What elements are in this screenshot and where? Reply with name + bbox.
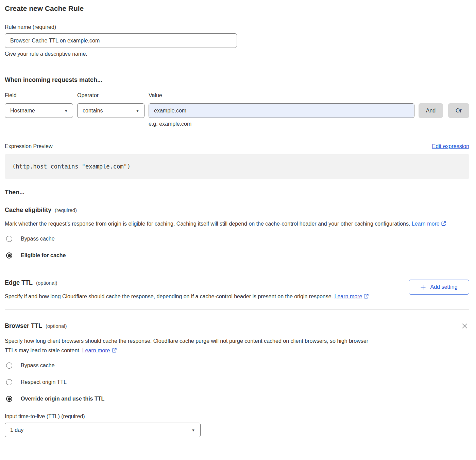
external-link-icon — [441, 221, 446, 226]
then-heading: Then... — [5, 189, 469, 196]
radio-selected-icon — [6, 252, 12, 259]
learn-more-link[interactable]: Learn more — [82, 348, 110, 353]
field-label: Field — [5, 92, 77, 99]
expression-code: (http.host contains "example.com") — [12, 163, 131, 170]
field-select[interactable]: Hostname ▼ — [5, 103, 73, 118]
browser-ttl-title: Browser TTL — [5, 322, 42, 330]
plus-icon — [420, 284, 426, 290]
divider — [5, 309, 469, 310]
external-link-icon — [112, 348, 117, 353]
radio-bypass-cache[interactable]: Bypass cache — [5, 236, 469, 242]
browser-ttl-header: Browser TTL (optional) — [5, 322, 469, 331]
radio-browser-bypass-cache[interactable]: Bypass cache — [5, 362, 469, 369]
ttl-select-value: 1 day — [5, 423, 186, 437]
radio-icon — [6, 379, 12, 385]
divider — [5, 266, 469, 266]
ttl-select-chevron-box[interactable]: ▼ — [186, 423, 200, 437]
field-select-value: Hostname — [10, 108, 35, 114]
edge-ttl-section: Edge TTL (optional) Specify if and how l… — [5, 279, 469, 301]
or-button[interactable]: Or — [448, 103, 469, 118]
rule-name-help: Give your rule a descriptive name. — [5, 51, 469, 57]
create-cache-rule-form: Create new Cache Rule Rule name (require… — [0, 0, 476, 437]
value-help: e.g. example.com — [149, 121, 469, 127]
divider — [5, 67, 469, 67]
match-column-labels: Field Operator Value — [5, 92, 469, 99]
edit-expression-link[interactable]: Edit expression — [432, 143, 469, 149]
edge-ttl-description: Specify if and how long Cloudflare shoul… — [5, 292, 369, 301]
expression-code-block: (http.host contains "example.com") — [5, 154, 469, 179]
match-heading: When incoming requests match... — [5, 76, 469, 84]
add-setting-button[interactable]: Add setting — [409, 280, 469, 295]
edge-ttl-title: Edge TTL — [5, 279, 33, 286]
rule-name-input[interactable] — [5, 33, 237, 48]
chevron-down-icon: ▼ — [64, 109, 68, 112]
ttl-input-label: Input time-to-live (TTL) (required) — [5, 413, 469, 420]
close-icon — [461, 323, 468, 329]
radio-selected-icon — [6, 396, 12, 402]
cache-eligibility-heading: Cache eligibility (required) — [5, 206, 469, 214]
expression-preview-row: Expression Preview Edit expression — [5, 143, 469, 149]
radio-eligible-for-cache[interactable]: Eligible for cache — [5, 252, 469, 259]
expression-preview-label: Expression Preview — [5, 143, 53, 149]
learn-more-link[interactable]: Learn more — [335, 294, 362, 299]
ttl-select[interactable]: 1 day ▼ — [5, 423, 201, 437]
value-label: Value — [149, 92, 162, 99]
cache-eligibility-title: Cache eligibility — [5, 206, 51, 214]
close-button[interactable] — [461, 322, 469, 331]
radio-icon — [6, 362, 12, 369]
operator-select[interactable]: contains ▼ — [77, 103, 144, 118]
operator-label: Operator — [77, 92, 149, 99]
edge-ttl-heading: Edge TTL (optional) — [5, 279, 369, 286]
browser-ttl-heading: Browser TTL (optional) — [5, 322, 67, 330]
browser-ttl-qualifier: (optional) — [46, 323, 67, 329]
and-button[interactable]: And — [419, 103, 443, 118]
match-row: Hostname ▼ contains ▼ And Or — [5, 103, 469, 118]
value-input[interactable] — [149, 103, 414, 118]
radio-respect-origin-ttl[interactable]: Respect origin TTL — [5, 379, 469, 385]
rule-name-label: Rule name (required) — [5, 24, 469, 30]
operator-select-value: contains — [83, 108, 103, 114]
cache-eligibility-qualifier: (required) — [55, 207, 77, 213]
edge-ttl-qualifier: (optional) — [36, 280, 57, 286]
radio-override-origin-ttl[interactable]: Override origin and use this TTL — [5, 396, 469, 402]
chevron-down-icon: ▼ — [136, 109, 139, 112]
chevron-down-icon: ▼ — [191, 428, 195, 432]
external-link-icon — [363, 294, 369, 299]
browser-ttl-description: Specify how long client browsers should … — [5, 336, 370, 355]
page-title: Create new Cache Rule — [5, 4, 469, 13]
radio-icon — [6, 236, 12, 242]
learn-more-link[interactable]: Learn more — [412, 221, 440, 227]
cache-eligibility-description: Mark whether the request’s response from… — [5, 219, 458, 229]
